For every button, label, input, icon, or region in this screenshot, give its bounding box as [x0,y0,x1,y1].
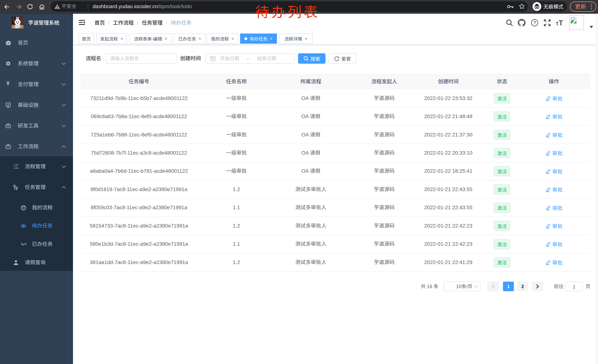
svg-text:T: T [556,21,559,26]
svg-text:?: ? [533,20,536,25]
svg-text:T: T [559,19,563,26]
svg-text:¥: ¥ [7,80,10,86]
